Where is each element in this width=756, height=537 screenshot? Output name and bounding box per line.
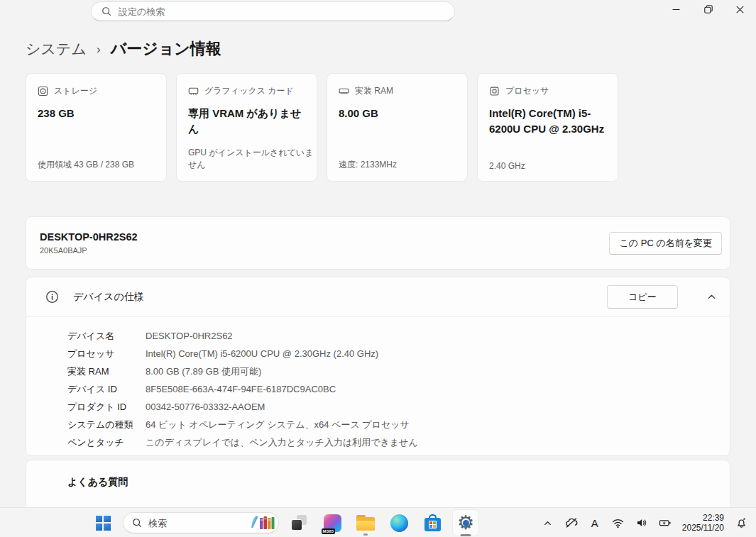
breadcrumb-system[interactable]: システム bbox=[26, 39, 87, 59]
edge-icon bbox=[390, 514, 408, 532]
ime-mode-label: A bbox=[591, 517, 598, 529]
taskbar: M365 ⚙ bbox=[0, 507, 756, 537]
task-view-icon bbox=[291, 515, 307, 531]
window-controls bbox=[660, 0, 756, 18]
faq-title: よくある質問 bbox=[67, 476, 730, 489]
copy-button[interactable]: コピー bbox=[607, 285, 678, 309]
battery-charging-icon bbox=[659, 517, 672, 528]
ram-card: 実装 RAM 8.00 GB 速度: 2133MHz bbox=[327, 73, 468, 182]
cpu-icon bbox=[489, 86, 500, 96]
processor-card-footer: 2.40 GHz bbox=[489, 161, 525, 171]
bell-dnd-icon: z bbox=[735, 517, 747, 529]
active-indicator bbox=[461, 534, 471, 536]
onedrive-button[interactable] bbox=[562, 511, 581, 535]
rename-pc-button[interactable]: この PC の名前を変更 bbox=[609, 232, 722, 255]
spec-row-device-name: デバイス名 DESKTOP-0HR2S62 bbox=[67, 327, 730, 345]
clock[interactable]: 22:39 2025/11/20 bbox=[679, 513, 727, 533]
page-title: バージョン情報 bbox=[111, 38, 221, 60]
m365-copilot-button[interactable]: M365 bbox=[319, 509, 346, 536]
system-tray: A bbox=[539, 508, 750, 537]
spec-value: 64 ビット オペレーティング システム、x64 ベース プロセッサ bbox=[146, 419, 410, 431]
spec-label: ペンとタッチ bbox=[67, 436, 146, 449]
processor-card: プロセッサ Intel(R) Core(TM) i5-6200U CPU @ 2… bbox=[477, 73, 618, 182]
clock-date: 2025/11/20 bbox=[682, 523, 724, 533]
graphics-card-value: 専用 VRAM がありません bbox=[188, 106, 305, 137]
device-name: DESKTOP-0HR2S62 bbox=[40, 231, 609, 243]
settings-search-box[interactable] bbox=[91, 1, 455, 21]
breadcrumb-separator-icon: › bbox=[97, 43, 101, 57]
battery-button[interactable] bbox=[656, 511, 674, 535]
storage-icon bbox=[38, 86, 48, 96]
spec-value: Intel(R) Core(TM) i5-6200U CPU @ 2.30GHz… bbox=[146, 348, 378, 359]
wifi-icon bbox=[612, 518, 624, 528]
edge-button[interactable] bbox=[385, 509, 412, 536]
spec-value: 8F5E508E-663A-474F-94FE-6187DC9AC0BC bbox=[146, 384, 336, 394]
microsoft-store-icon bbox=[424, 514, 442, 532]
search-icon bbox=[102, 6, 111, 16]
spec-row-product-id: プロダクト ID 00342-50776-03332-AAOEM bbox=[67, 398, 730, 416]
notification-bell-button[interactable]: z bbox=[732, 511, 750, 535]
ram-icon bbox=[339, 86, 349, 96]
wifi-button[interactable] bbox=[609, 511, 628, 535]
settings-window: システム › バージョン情報 ストレージ 238 GB 使用領域 43 GB /… bbox=[0, 0, 756, 537]
collapse-section-button[interactable] bbox=[701, 287, 722, 308]
m365-badge: M365 bbox=[322, 528, 336, 534]
taskbar-search-input[interactable] bbox=[148, 518, 243, 528]
spec-row-pen-touch: ペンとタッチ このディスプレイでは、ペン入力とタッチ入力は利用できません bbox=[67, 433, 730, 451]
spec-value: 00342-50776-03332-AAOEM bbox=[146, 402, 265, 412]
device-specs-header[interactable]: デバイスの仕様 コピー bbox=[26, 277, 730, 316]
breadcrumb: システム › バージョン情報 bbox=[26, 38, 221, 60]
microsoft-store-button[interactable] bbox=[419, 509, 446, 536]
settings-gear-icon: ⚙ bbox=[456, 513, 476, 533]
chevron-up-icon bbox=[707, 292, 716, 301]
clock-time: 22:39 bbox=[682, 513, 724, 523]
ime-mode-button[interactable]: A bbox=[586, 511, 604, 535]
start-button[interactable] bbox=[89, 509, 116, 536]
gpu-icon bbox=[188, 86, 199, 96]
volume-button[interactable] bbox=[632, 511, 651, 535]
ram-card-footer: 速度: 2133MHz bbox=[339, 159, 397, 171]
windows-logo-icon bbox=[96, 516, 111, 531]
tray-overflow-button[interactable] bbox=[539, 511, 557, 535]
ram-card-value: 8.00 GB bbox=[339, 106, 456, 121]
device-specs-list: デバイス名 DESKTOP-0HR2S62 プロセッサ Intel(R) Cor… bbox=[26, 317, 730, 451]
spec-label: デバイス名 bbox=[67, 330, 146, 343]
graphics-card-label: グラフィックス カード bbox=[204, 85, 294, 97]
spec-value: DESKTOP-0HR2S62 bbox=[146, 331, 233, 341]
m365-copilot-icon: M365 bbox=[324, 514, 341, 532]
storage-card-footer: 使用領域 43 GB / 238 GB bbox=[38, 159, 134, 171]
spec-label: プロダクト ID bbox=[67, 401, 146, 414]
restore-button[interactable] bbox=[692, 0, 724, 18]
settings-app-button[interactable]: ⚙ bbox=[452, 509, 479, 536]
device-model: 20K5A0BAJP bbox=[40, 246, 609, 255]
device-name-panel: DESKTOP-0HR2S62 20K5A0BAJP この PC の名前を変更 bbox=[26, 216, 730, 270]
storage-card-label: ストレージ bbox=[54, 85, 97, 97]
search-highlight-icon bbox=[249, 514, 276, 532]
spec-label: プロセッサ bbox=[67, 348, 146, 360]
device-specs-title: デバイスの仕様 bbox=[73, 291, 593, 304]
spec-value: このディスプレイでは、ペン入力とタッチ入力は利用できません bbox=[146, 436, 418, 449]
running-indicator bbox=[363, 533, 368, 536]
titlebar bbox=[0, 0, 756, 24]
speaker-icon bbox=[636, 517, 647, 528]
task-view-button[interactable] bbox=[285, 509, 312, 536]
close-button[interactable] bbox=[724, 0, 756, 18]
storage-card-value: 238 GB bbox=[38, 106, 155, 121]
file-explorer-button[interactable] bbox=[352, 509, 379, 536]
spec-row-device-id: デバイス ID 8F5E508E-663A-474F-94FE-6187DC9A… bbox=[67, 380, 730, 398]
minimize-button[interactable] bbox=[660, 0, 692, 18]
spec-row-system-type: システムの種類 64 ビット オペレーティング システム、x64 ベース プロセ… bbox=[67, 416, 730, 433]
spec-value: 8.00 GB (7.89 GB 使用可能) bbox=[146, 365, 261, 378]
onedrive-paused-icon bbox=[565, 517, 578, 528]
settings-search-input[interactable] bbox=[119, 6, 444, 17]
ram-card-label: 実装 RAM bbox=[355, 85, 393, 97]
graphics-card: グラフィックス カード 専用 VRAM がありません GPU がインストールされ… bbox=[176, 73, 317, 182]
file-explorer-icon bbox=[356, 515, 375, 531]
info-icon bbox=[45, 290, 59, 304]
summary-cards: ストレージ 238 GB 使用領域 43 GB / 238 GB グラフィックス… bbox=[26, 73, 618, 182]
processor-card-label: プロセッサ bbox=[505, 85, 549, 97]
taskbar-center: M365 ⚙ bbox=[89, 508, 479, 537]
spec-label: 実装 RAM bbox=[67, 365, 146, 378]
spec-label: システムの種類 bbox=[67, 419, 146, 431]
taskbar-search-box[interactable] bbox=[123, 512, 279, 533]
